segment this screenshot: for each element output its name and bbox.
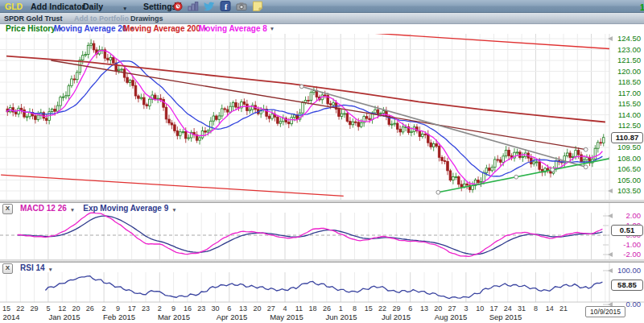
bar-chart-icon[interactable] (188, 1, 199, 11)
svg-text:27: 27 (448, 304, 456, 313)
chevron-down-icon[interactable]: ▼ (171, 207, 176, 213)
rsi-label[interactable]: RSI 14 (20, 263, 45, 272)
svg-text:Aug 2015: Aug 2015 (435, 313, 468, 321)
indicator-ma200[interactable]: Moving Average 200▼ (123, 24, 208, 34)
add-indicator-button[interactable]: Add Indicator (31, 1, 85, 12)
svg-text:0.00: 0.00 (626, 300, 642, 309)
svg-text:17: 17 (489, 304, 497, 313)
svg-text:13: 13 (420, 304, 428, 313)
svg-text:Feb 2015: Feb 2015 (103, 313, 135, 321)
svg-text:112.50: 112.50 (618, 121, 641, 130)
macd-panel-header: XMACD 12 26▼Exp Moving Average 9▼ (2, 204, 185, 213)
current-date-box: 10/9/2015 (585, 306, 625, 317)
svg-text:-2.00: -2.00 (623, 250, 641, 259)
svg-text:115.50: 115.50 (618, 99, 641, 108)
svg-text:16: 16 (184, 304, 192, 313)
svg-text:2: 2 (158, 304, 162, 313)
last-price-box: 110.87 (611, 132, 643, 143)
svg-text:Jul 2015: Jul 2015 (382, 313, 411, 321)
panel-splitter[interactable] (0, 259, 644, 263)
svg-text:124.50: 124.50 (617, 34, 641, 43)
panel-splitter[interactable] (0, 200, 644, 203)
sticky-note-icon[interactable] (252, 1, 263, 11)
svg-text:15: 15 (365, 304, 373, 313)
svg-text:20: 20 (72, 304, 80, 313)
indicator-ma20[interactable]: Moving Average 20▼ (54, 24, 134, 34)
svg-text:22: 22 (16, 304, 24, 313)
svg-text:26: 26 (86, 304, 94, 313)
svg-text:117.00: 117.00 (618, 89, 641, 97)
svg-text:2014: 2014 (2, 313, 19, 321)
add-to-portfolio-link[interactable]: Add to Portfolio (74, 14, 129, 23)
facebook-icon[interactable]: f (220, 1, 231, 11)
svg-text:24: 24 (504, 304, 512, 313)
drawings-menu[interactable]: Drawings (130, 14, 163, 23)
rsi-panel-header: XRSI 14▼ (2, 263, 61, 273)
svg-text:Jan 2015: Jan 2015 (48, 313, 80, 321)
svg-text:27: 27 (267, 304, 275, 313)
svg-text:3: 3 (464, 304, 468, 313)
svg-text:22: 22 (378, 304, 386, 313)
svg-text:120.00: 120.00 (617, 67, 641, 76)
svg-text:26: 26 (323, 304, 331, 313)
svg-text:May 2015: May 2015 (270, 313, 303, 321)
svg-text:Mar 2015: Mar 2015 (158, 313, 190, 321)
svg-text:18: 18 (309, 304, 317, 313)
svg-text:15: 15 (2, 304, 10, 313)
svg-text:31: 31 (518, 304, 526, 313)
svg-text:6: 6 (227, 304, 231, 313)
chevron-down-icon[interactable]: ▼ (48, 267, 53, 272)
alarm-clock-icon[interactable] (172, 1, 184, 11)
main-toolbar: GLD Add Indicator Daily ▼ Settings f ↑1.… (0, 0, 644, 13)
indicator-ma8[interactable]: Moving Average 8▼ (199, 24, 275, 34)
chevron-down-icon[interactable]: ▼ (70, 207, 75, 213)
charting-app: 124.50123.00121.50120.00118.50117.00115.… (0, 0, 644, 323)
svg-text:1: 1 (339, 304, 343, 313)
symbol-label[interactable]: GLD (5, 1, 23, 12)
svg-text:8: 8 (534, 304, 538, 313)
close-rsi-button[interactable]: X (2, 263, 13, 274)
macd-signal-label[interactable]: Exp Moving Average 9 (83, 204, 168, 213)
svg-text:20: 20 (253, 304, 261, 313)
camera-snapshot-icon[interactable] (236, 1, 247, 11)
symbol-full-name: SPDR Gold Trust (4, 14, 63, 23)
svg-text:105.00: 105.00 (617, 176, 641, 184)
svg-text:-1.00: -1.00 (623, 240, 641, 249)
rsi-value-box: 58.85 (611, 280, 643, 291)
svg-text:109.50: 109.50 (617, 143, 641, 151)
svg-text:2: 2 (102, 304, 106, 313)
svg-text:29: 29 (392, 304, 400, 313)
svg-text:Jun 2015: Jun 2015 (325, 313, 357, 321)
svg-text:23: 23 (142, 304, 150, 313)
svg-text:123.00: 123.00 (617, 45, 641, 54)
svg-text:29: 29 (31, 304, 39, 313)
macd-label[interactable]: MACD 12 26 (20, 204, 67, 213)
svg-text:8: 8 (353, 304, 357, 313)
svg-text:114.00: 114.00 (618, 110, 641, 119)
svg-text:Sep 2015: Sep 2015 (489, 313, 522, 321)
svg-text:11: 11 (295, 304, 303, 313)
svg-text:108.00: 108.00 (617, 154, 641, 163)
svg-text:23: 23 (197, 304, 205, 313)
svg-text:14: 14 (546, 304, 554, 313)
svg-text:6: 6 (408, 304, 412, 313)
twitter-icon[interactable] (204, 1, 215, 11)
interval-dropdown[interactable]: Daily (83, 1, 103, 12)
svg-text:30: 30 (211, 304, 219, 313)
change-value: 1.73 (1.59%) (640, 2, 644, 13)
svg-text:10: 10 (476, 304, 484, 313)
chart-canvas[interactable]: 124.50123.00121.50120.00118.50117.00115.… (0, 0, 644, 323)
close-macd-button[interactable]: X (2, 204, 13, 214)
svg-text:20: 20 (434, 304, 442, 313)
price-panel-header: Price History▼ Moving Average 20▼ Moving… (0, 24, 644, 34)
svg-text:Apr 2015: Apr 2015 (217, 313, 248, 321)
svg-text:121.50: 121.50 (617, 56, 641, 64)
svg-text:17: 17 (128, 304, 136, 313)
svg-text:9: 9 (171, 304, 175, 313)
svg-text:5: 5 (46, 304, 50, 313)
svg-text:9: 9 (116, 304, 120, 313)
svg-text:4: 4 (283, 304, 287, 313)
svg-text:118.50: 118.50 (618, 77, 641, 86)
chevron-down-icon[interactable]: ▼ (270, 26, 275, 31)
macd-value-box: 0.51 (611, 225, 643, 236)
